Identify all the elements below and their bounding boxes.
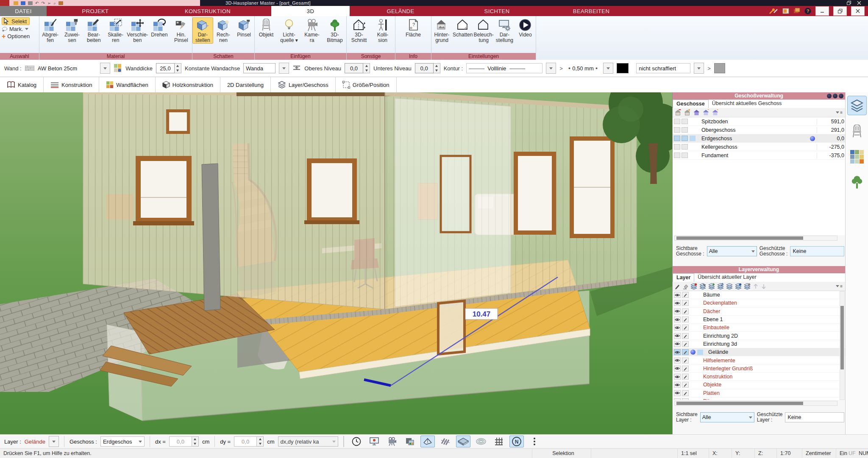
layer-dropdown[interactable]	[49, 436, 59, 447]
save-icon[interactable]	[21, 1, 25, 5]
more-dots-icon[interactable]	[527, 436, 542, 447]
redo-icon[interactable]: ↷	[41, 1, 45, 5]
wanddicke-spinner[interactable]: 25,0	[156, 63, 181, 73]
panel-close-icon[interactable]	[839, 94, 843, 98]
render-monitor-icon[interactable]	[367, 436, 381, 447]
undo-icon[interactable]: ↶	[35, 1, 39, 5]
layer-visible-toggle[interactable]	[674, 366, 681, 372]
linestyle-dropdown[interactable]: ——— Volllinie ———	[466, 63, 542, 73]
layer-swap-icon[interactable]	[717, 283, 724, 290]
layer-add-icon[interactable]	[708, 283, 715, 290]
layer-row[interactable]: Hilfselemente	[673, 356, 845, 364]
objekt-button[interactable]: Objekt	[255, 17, 278, 38]
storey-checkbox-b[interactable]	[682, 127, 688, 133]
wandachse-dropdown[interactable]: Wanda	[243, 63, 275, 73]
spin-up[interactable]	[363, 64, 370, 68]
layer-pen-icon[interactable]	[674, 283, 680, 289]
layer-visible-toggle[interactable]	[674, 325, 681, 330]
rechnen-button[interactable]: Rech- nen	[213, 17, 234, 44]
kamera-button[interactable]: Kame- ra	[300, 17, 323, 44]
darstellung2d-button[interactable]: 2D Darstellung	[220, 77, 271, 92]
video-button[interactable]: Video	[515, 17, 536, 38]
layer-row[interactable]: Einrichtung 3d	[673, 340, 845, 348]
pointer-icon[interactable]: ➢	[47, 1, 51, 5]
spin-up[interactable]	[434, 64, 440, 68]
panel-help-icon[interactable]	[833, 94, 837, 98]
verschieben-button[interactable]: Verschie- ben	[126, 17, 148, 44]
layer-row[interactable]: Einbauteile	[673, 324, 845, 332]
storey-up-icon[interactable]	[684, 109, 691, 116]
layer-visible-toggle[interactable]	[674, 382, 681, 388]
tab-geschosse[interactable]: Geschosse	[673, 100, 709, 108]
sichtbare-layer-dropdown[interactable]: Alle	[700, 412, 754, 422]
settings-wrench-icon[interactable]	[769, 8, 778, 14]
layer-visible-toggle[interactable]	[674, 308, 681, 314]
layer-edit-toggle[interactable]	[682, 374, 689, 380]
layer-edit-toggle[interactable]	[682, 325, 689, 330]
storey-add-icon[interactable]	[702, 109, 709, 116]
tab-uebersicht-geschoss[interactable]: Übersicht aktuelles Geschoss	[709, 100, 785, 108]
layer-visible-toggle[interactable]	[674, 316, 681, 322]
hatch-icon[interactable]	[438, 436, 453, 447]
layer-row[interactable]: Hinterlegter Grundriß	[673, 365, 845, 373]
skalieren-button[interactable]: Skalie- ren	[105, 17, 126, 44]
layer-visible-toggle[interactable]	[674, 349, 681, 355]
list-menu-icon[interactable]: ≡	[836, 110, 843, 115]
layer-edit-toggle[interactable]	[682, 341, 689, 347]
tab-gelaende[interactable]: GELÄNDE	[350, 6, 451, 16]
storey-checkbox-b[interactable]	[682, 153, 688, 158]
layers-panel-button[interactable]	[847, 96, 867, 115]
panel-icon[interactable]	[782, 8, 789, 14]
wanddicke-value[interactable]: 25,0	[156, 63, 175, 73]
spin-up[interactable]	[175, 64, 181, 68]
close-icon[interactable]	[857, 1, 861, 5]
spin-down[interactable]	[434, 68, 440, 73]
layer-edit-toggle[interactable]	[682, 333, 689, 339]
tab-datei[interactable]: DATEI	[0, 6, 47, 16]
dx-value[interactable]: 0,0	[169, 436, 192, 447]
restore-button[interactable]	[833, 6, 847, 16]
katalog-button[interactable]: Katalog	[0, 77, 44, 92]
grid-icon[interactable]	[492, 436, 506, 447]
storey-checkbox-a[interactable]	[674, 144, 680, 150]
spin-down[interactable]	[192, 441, 198, 446]
spin-down[interactable]	[363, 68, 370, 73]
zoom-icon[interactable]: ⌕	[53, 1, 56, 5]
penwidth-dropdown[interactable]: ● 0,50 mm ●	[566, 63, 600, 73]
konstruktion-button[interactable]: Konstruktion	[44, 77, 99, 92]
furniture-panel-button[interactable]	[848, 122, 866, 141]
geschuetzte-geschosse-field[interactable]: Keine	[790, 246, 844, 256]
penwidth-dropdown-arrow[interactable]	[603, 63, 613, 74]
geschoss-dropdown[interactable]: Erdgeschos	[100, 436, 145, 447]
flaeche-button[interactable]: ? Fläche	[402, 17, 425, 38]
tab-3d[interactable]: 3D	[271, 6, 350, 16]
tool-icon[interactable]	[58, 1, 63, 5]
layer-visible-toggle[interactable]	[674, 333, 681, 339]
contour-icon[interactable]	[474, 436, 488, 447]
zuweisen-button[interactable]: Zuwei- sen	[61, 17, 83, 44]
layer-row[interactable]: Gelände	[673, 348, 845, 356]
dy-value[interactable]: 0,0	[234, 436, 257, 447]
layer-row[interactable]: Einrichtung 2D	[673, 332, 845, 340]
layer-visible-toggle[interactable]	[674, 374, 681, 380]
schatten-pinsel-button[interactable]: Pinsel	[234, 17, 254, 38]
tab-bearbeiten[interactable]: BEARBEITEN	[542, 6, 640, 16]
unteres-niveau-spinner[interactable]: 0,0	[415, 63, 440, 73]
wandachse-dropdown-arrow[interactable]	[279, 63, 289, 74]
layer-geschoss-button[interactable]: Layer/Geschoss	[271, 77, 336, 92]
layer-edit-toggle[interactable]	[682, 349, 689, 355]
groesse-position-button[interactable]: Größe/Position	[336, 77, 397, 92]
dx-spinner[interactable]: 0,0	[169, 436, 199, 447]
geschuetzte-layer-field[interactable]: Keine	[785, 412, 844, 422]
wall-type-dropdown[interactable]	[100, 63, 110, 74]
storey-checkbox-a[interactable]	[674, 153, 680, 158]
storey-checkbox-b[interactable]	[682, 136, 688, 141]
storey-checkbox-a[interactable]	[674, 119, 680, 124]
list-menu-icon[interactable]: ≡	[836, 284, 843, 289]
storey-insert-icon[interactable]	[712, 109, 719, 116]
beleuchtung-button[interactable]: Beleuch- tung	[473, 17, 494, 44]
storey-down-icon[interactable]	[674, 109, 682, 116]
layer-edit-toggle[interactable]	[682, 300, 689, 306]
bearbeiten-button[interactable]: Bear- beiten	[83, 17, 105, 44]
layer-visible-toggle[interactable]	[674, 390, 681, 396]
